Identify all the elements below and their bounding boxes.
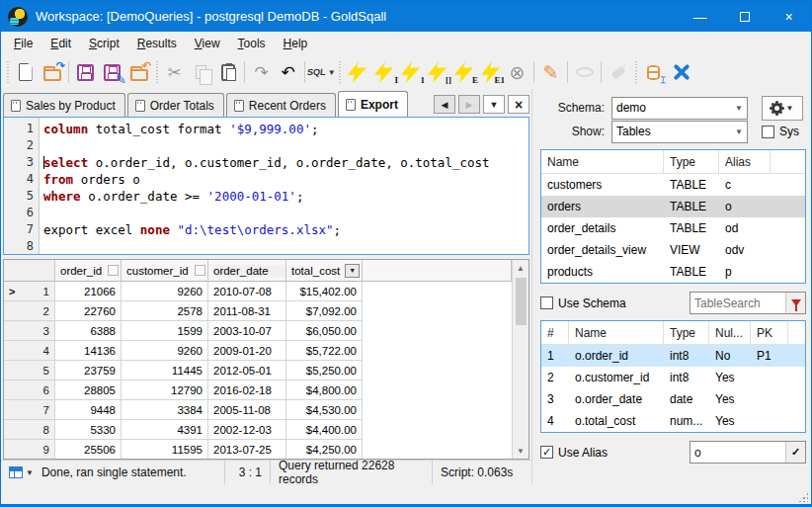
grid-cell[interactable]: 2003-10-07 (208, 321, 286, 341)
grid-cell[interactable]: $4,250.00 (286, 440, 363, 459)
alias-field[interactable]: ✓ (690, 441, 806, 464)
run-explain-button[interactable]: E (450, 59, 477, 86)
results-grid[interactable]: order_idcustomer_idorder_datetotal_cost▼… (4, 260, 512, 459)
new-file-button[interactable] (12, 59, 39, 86)
grid-cell[interactable]: $15,402.00 (286, 282, 363, 301)
tables-list[interactable]: NameTypeAliascustomersTABLEcordersTABLEo… (540, 149, 806, 284)
save-as-button[interactable]: ✎ (99, 59, 125, 86)
table-row[interactable]: 523759114452012-05-01$5,250.00 (4, 361, 512, 380)
list-header-#[interactable]: # (541, 321, 569, 344)
grid-cell[interactable]: 9260 (122, 282, 208, 301)
cut-button[interactable]: ✂ (161, 59, 188, 86)
grid-cell[interactable]: 28805 (55, 380, 122, 400)
grid-cell[interactable]: 14136 (55, 341, 122, 361)
undo-button[interactable]: ↶ (275, 59, 301, 86)
column-filter-box[interactable] (195, 265, 205, 276)
run-explain-one-button[interactable]: E1 (477, 59, 504, 86)
list-header-nul[interactable]: Nul... (709, 321, 751, 344)
row-header[interactable]: 4 (4, 341, 55, 361)
maximize-button[interactable] (722, 1, 767, 32)
table-search-field[interactable] (690, 292, 806, 314)
scroll-down-icon[interactable]: ▼ (513, 443, 528, 459)
table-list-item[interactable]: ordersTABLEo (541, 196, 805, 217)
menu-help[interactable]: Help (275, 34, 317, 53)
column-list-item[interactable]: 4o.total_costnum...Yes (541, 410, 805, 432)
grid-cell[interactable]: 2005-11-08 (208, 400, 286, 420)
cancel-button[interactable]: ⊗ (504, 59, 530, 86)
use-alias-checkbox[interactable]: ✓ Use Alias (540, 446, 608, 460)
schema-select[interactable]: demo ▼ (611, 97, 748, 120)
paste-button[interactable] (214, 59, 241, 86)
db-tools-button[interactable]: ⌶ (640, 59, 667, 86)
list-header-name[interactable]: Name (541, 150, 664, 173)
oval-button[interactable] (571, 59, 598, 86)
table-list-item[interactable]: productsTABLEp (541, 261, 805, 283)
list-header-alias[interactable]: Alias (719, 150, 771, 173)
edit-button[interactable]: ✎ (537, 59, 564, 86)
grid-vertical-scrollbar[interactable]: ▲ ▼ (512, 260, 528, 459)
grid-cell[interactable]: 21066 (55, 282, 122, 301)
list-header-name[interactable]: Name (569, 321, 664, 344)
row-header[interactable]: 7 (4, 400, 55, 420)
table-row[interactable]: 7944833842005-11-08$4,530.00 (4, 400, 512, 420)
table-list-item[interactable]: customersTABLEc (541, 174, 805, 196)
column-header-order_date[interactable]: order_date (208, 260, 286, 282)
list-header-type[interactable]: Type (664, 150, 719, 173)
settings-button[interactable]: ▼ (762, 96, 803, 121)
grid-cell[interactable]: 1599 (122, 321, 208, 341)
table-row[interactable]: 925506115952013-07-25$4,250.00 (4, 440, 512, 459)
eraser-button[interactable] (605, 59, 631, 86)
table-row[interactable]: 3638815992003-10-07$6,050.00 (4, 321, 512, 341)
table-list-item[interactable]: order_detailsTABLEod (541, 217, 805, 239)
table-row[interactable]: >12106692602010-07-08$15,402.00 (4, 282, 512, 301)
copy-button[interactable] (188, 59, 214, 86)
table-row[interactable]: 41413692602009-01-20$5,722.00 (4, 341, 512, 361)
alias-apply-button[interactable]: ✓ (785, 442, 805, 463)
row-header[interactable]: 8 (4, 420, 55, 440)
tab-recent-orders[interactable]: Recent Orders (226, 93, 336, 117)
row-header[interactable]: 2 (4, 301, 55, 321)
run-statement-button[interactable]: I (370, 59, 397, 86)
show-select[interactable]: Tables ▼ (611, 121, 748, 143)
list-header-type[interactable]: Type (664, 321, 709, 344)
grid-cell[interactable]: 6388 (55, 321, 122, 341)
tab-close-button[interactable]: × (508, 95, 529, 114)
grid-cell[interactable]: 9260 (122, 341, 208, 361)
row-header[interactable]: 5 (4, 361, 55, 380)
row-header[interactable]: >1 (4, 282, 55, 301)
grid-cell[interactable]: 2002-12-03 (208, 420, 286, 440)
column-list-item[interactable]: 1o.order_idint8NoP1 (541, 345, 805, 367)
grid-cell[interactable]: 2010-07-08 (208, 282, 286, 301)
menu-tools[interactable]: Tools (229, 34, 275, 53)
menu-edit[interactable]: Edit (41, 34, 80, 53)
tools-button[interactable] (667, 59, 693, 86)
grid-cell[interactable]: 25506 (55, 440, 122, 459)
sql-editor[interactable]: 12345678 column total_cost format '$9,99… (3, 117, 529, 255)
grid-view-dropdown-icon[interactable]: ▼ (26, 468, 34, 477)
columns-list[interactable]: #NameTypeNul...PK1o.order_idint8NoP12o.c… (540, 320, 806, 433)
grid-cell[interactable]: 5330 (55, 420, 122, 440)
menu-results[interactable]: Results (128, 34, 186, 53)
menu-view[interactable]: View (186, 34, 229, 53)
row-header[interactable]: 6 (4, 380, 55, 400)
grid-cell[interactable]: $6,050.00 (286, 321, 363, 341)
grid-cell[interactable]: 3384 (122, 400, 208, 420)
save-copy-button[interactable]: ↶ (125, 59, 152, 86)
table-list-item[interactable]: order_details_viewVIEWodv (541, 239, 805, 261)
row-header[interactable]: 9 (4, 440, 55, 459)
column-filter-box[interactable] (108, 265, 119, 276)
grid-view-icon[interactable] (9, 466, 23, 478)
menu-script[interactable]: Script (80, 34, 128, 53)
tab-list-button[interactable]: ▼ (483, 95, 505, 114)
column-list-item[interactable]: 3o.order_datedateYes (541, 388, 805, 410)
sys-checkbox[interactable]: Sys (762, 125, 799, 138)
grid-cell[interactable]: 11595 (122, 440, 208, 459)
grid-cell[interactable]: 2009-01-20 (208, 341, 286, 361)
grid-cell[interactable]: 2012-05-01 (208, 361, 286, 380)
row-header[interactable]: 3 (4, 321, 55, 341)
use-schema-checkbox[interactable]: Use Schema (540, 296, 626, 310)
column-header-order_id[interactable]: order_id (55, 260, 122, 282)
resize-grip[interactable] (798, 492, 808, 502)
column-header-total_cost[interactable]: total_cost▼ (286, 260, 363, 282)
list-header-pk[interactable]: PK (751, 321, 788, 344)
